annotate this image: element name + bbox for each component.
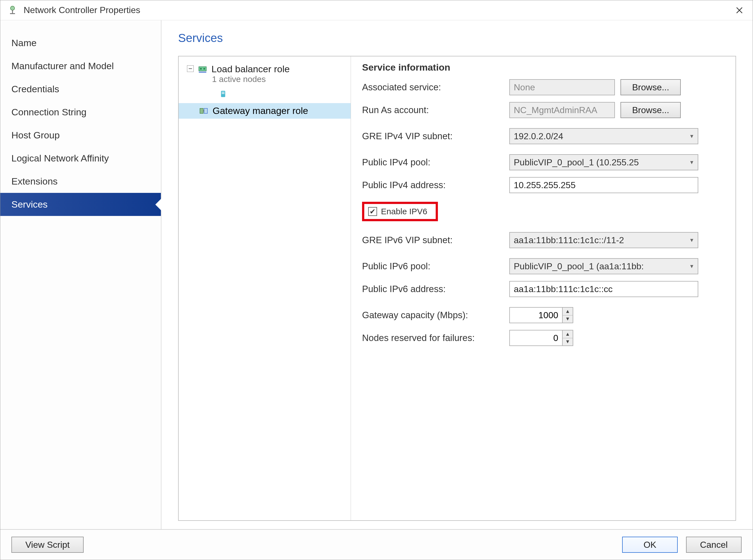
- tree-label-gateway: Gateway manager role: [212, 105, 308, 116]
- view-script-button[interactable]: View Script: [12, 537, 84, 553]
- svg-rect-13: [204, 108, 207, 113]
- svg-rect-8: [199, 72, 206, 73]
- window-title: Network Controller Properties: [24, 5, 733, 15]
- chevron-down-icon: ▾: [686, 263, 698, 270]
- nodes-reserved-spinner[interactable]: ▲ ▼: [509, 330, 573, 346]
- spinner-up-icon[interactable]: ▲: [563, 308, 573, 315]
- detail-heading: Service information: [362, 62, 725, 73]
- spinner-up-icon[interactable]: ▲: [563, 331, 573, 338]
- tree-collapse-icon[interactable]: −: [187, 65, 194, 72]
- node-icon: [218, 88, 229, 100]
- sidebar-item-extensions[interactable]: Extensions: [0, 170, 161, 193]
- svg-point-6: [200, 68, 202, 70]
- page-title: Services: [178, 32, 736, 45]
- svg-point-0: [11, 6, 15, 10]
- public-ipv6-addr-input[interactable]: aa1a:11bb:111c:1c1c::cc: [509, 281, 698, 297]
- nodes-reserved-input[interactable]: [509, 330, 562, 346]
- enable-ipv6-label: Enable IPV6: [381, 207, 427, 216]
- cancel-button[interactable]: Cancel: [686, 537, 741, 553]
- public-ipv4-pool-label: Public IPv4 pool:: [362, 157, 509, 167]
- associated-service-browse-button[interactable]: Browse...: [620, 79, 681, 95]
- svg-rect-5: [199, 67, 206, 71]
- tree-label-load-balancer: Load balancer role: [211, 64, 290, 75]
- gre-ipv6-combo[interactable]: aa1a:11bb:111c:1c1c::/11-2 ▾: [509, 232, 698, 248]
- public-ipv6-addr-label: Public IPv6 address:: [362, 284, 509, 294]
- sidebar-item-manufacturer[interactable]: Manufacturer and Model: [0, 55, 161, 78]
- close-button[interactable]: [733, 4, 746, 17]
- enable-ipv6-row[interactable]: ✔ Enable IPV6: [362, 202, 438, 221]
- svg-rect-10: [222, 92, 225, 93]
- gw-capacity-label: Gateway capacity (Mbps):: [362, 310, 509, 320]
- footer: View Script OK Cancel: [0, 529, 753, 560]
- gw-capacity-spinner[interactable]: ▲ ▼: [509, 307, 573, 323]
- enable-ipv6-checkbox[interactable]: ✔: [368, 207, 377, 216]
- gre-ipv4-label: GRE IPv4 VIP subnet:: [362, 131, 509, 141]
- sidebar: Name Manufacturer and Model Credentials …: [0, 20, 161, 529]
- body: Name Manufacturer and Model Credentials …: [0, 20, 753, 529]
- spinner-down-icon[interactable]: ▼: [563, 315, 573, 323]
- sidebar-item-logical-network-affinity[interactable]: Logical Network Affinity: [0, 147, 161, 170]
- svg-rect-1: [12, 10, 13, 13]
- app-icon: [7, 5, 18, 16]
- tree-child-node[interactable]: [179, 86, 351, 103]
- sidebar-item-connection-string[interactable]: Connection String: [0, 101, 161, 124]
- public-ipv4-pool-combo[interactable]: PublicVIP_0_pool_1 (10.255.25 ▾: [509, 154, 698, 171]
- services-panel: − Load balancer role: [178, 56, 736, 521]
- public-ipv6-pool-combo[interactable]: PublicVIP_0_pool_1 (aa1a:11bb: ▾: [509, 258, 698, 274]
- sidebar-item-name[interactable]: Name: [0, 32, 161, 55]
- ok-button[interactable]: OK: [622, 537, 678, 553]
- service-detail: Service information Associated service: …: [351, 56, 735, 520]
- public-ipv4-addr-label: Public IPv4 address:: [362, 180, 509, 191]
- svg-rect-11: [222, 93, 225, 94]
- tree-item-gateway-manager[interactable]: Gateway manager role: [179, 103, 351, 119]
- public-ipv6-pool-label: Public IPv6 pool:: [362, 261, 509, 272]
- nodes-reserved-label: Nodes reserved for failures:: [362, 333, 509, 343]
- chevron-down-icon: ▾: [686, 159, 698, 166]
- spinner-down-icon[interactable]: ▼: [563, 338, 573, 346]
- associated-service-input: None: [509, 79, 615, 95]
- sidebar-item-host-group[interactable]: Host Group: [0, 124, 161, 147]
- services-tree: − Load balancer role: [179, 56, 351, 520]
- gre-ipv6-label: GRE IPv6 VIP subnet:: [362, 235, 509, 245]
- run-as-input: NC_MgmtAdminRAA: [509, 102, 615, 118]
- gw-capacity-input[interactable]: [509, 307, 562, 323]
- svg-rect-12: [200, 108, 203, 113]
- titlebar: Network Controller Properties: [0, 0, 753, 20]
- run-as-label: Run As account:: [362, 105, 509, 115]
- tree-item-load-balancer[interactable]: − Load balancer role: [179, 61, 351, 86]
- load-balancer-icon: [197, 64, 208, 75]
- sidebar-item-credentials[interactable]: Credentials: [0, 78, 161, 101]
- close-icon: [735, 6, 744, 15]
- window: Network Controller Properties Name Manuf…: [0, 0, 753, 560]
- main: Services −: [161, 20, 753, 529]
- chevron-down-icon: ▾: [686, 133, 698, 140]
- run-as-browse-button[interactable]: Browse...: [620, 102, 681, 118]
- svg-rect-2: [10, 13, 15, 14]
- associated-service-label: Associated service:: [362, 82, 509, 93]
- chevron-down-icon: ▾: [686, 237, 698, 244]
- sidebar-item-services[interactable]: Services: [0, 193, 161, 216]
- tree-sub-load-balancer: 1 active nodes: [212, 75, 290, 84]
- gre-ipv4-combo[interactable]: 192.0.2.0/24 ▾: [509, 128, 698, 144]
- public-ipv4-addr-input[interactable]: 10.255.255.255: [509, 177, 698, 193]
- svg-point-7: [203, 68, 205, 70]
- gateway-icon: [198, 105, 209, 117]
